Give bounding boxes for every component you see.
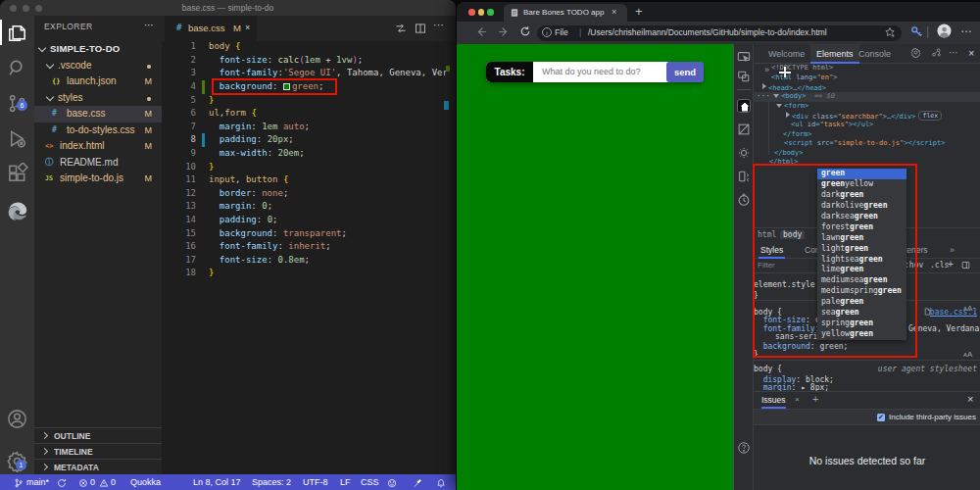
forward-icon[interactable] [498, 25, 511, 41]
feedback-smiley-icon[interactable] [387, 477, 397, 490]
drawer-tab-issues[interactable]: Issues [761, 395, 786, 405]
devtools-tab-console[interactable]: Console [858, 44, 891, 64]
cls-toggle[interactable]: .cls [930, 261, 949, 270]
new-tab-icon[interactable]: + [635, 4, 643, 19]
tree-item-simple-to-do-js[interactable]: JSsimple-to-do.jsM [34, 171, 162, 187]
third-party-checkbox[interactable]: ✓ [877, 414, 885, 421]
quokka-status[interactable]: Quokka [130, 474, 161, 490]
favorites-star-icon[interactable] [884, 26, 896, 41]
home-icon[interactable] [737, 99, 751, 113]
encoding[interactable]: UTF-8 [303, 474, 328, 490]
address-bar[interactable]: i File | /Users/chrisheilmann/Documents/… [537, 25, 902, 41]
device-emulation-icon[interactable] [737, 70, 751, 83]
tab-close-icon[interactable]: × [245, 23, 250, 32]
dom-node[interactable]: <form> [754, 102, 980, 112]
reload-icon[interactable] [519, 25, 531, 40]
run-debug-icon[interactable] [6, 127, 28, 150]
expand-arrow-right-icon[interactable] [762, 83, 766, 89]
devtools-tab-elements[interactable]: Elements [810, 44, 859, 64]
browser-zoom-icon[interactable] [487, 9, 494, 16]
text-token: ; [358, 55, 363, 65]
browser-menu-icon[interactable]: … [960, 22, 973, 35]
rendering-icon[interactable] [737, 146, 751, 160]
dom-node[interactable]: <ul id="tasks"></ul> [754, 121, 980, 130]
expand-arrow-down-icon[interactable] [776, 104, 782, 108]
browser-minimize-icon[interactable] [478, 9, 485, 16]
branch-name[interactable]: main* [26, 474, 49, 490]
inspect-element-icon[interactable] [737, 50, 751, 64]
split-editor-icon[interactable] [415, 21, 426, 38]
search-icon[interactable] [6, 57, 28, 79]
dom-node[interactable]: <head>…</head> [754, 83, 980, 93]
browser-close-icon[interactable] [468, 9, 475, 16]
layers-icon[interactable] [737, 170, 751, 183]
toggle-panel-icon[interactable] [961, 261, 970, 271]
text-token: </body> [774, 149, 804, 159]
browser-tab-close-icon[interactable]: × [612, 7, 616, 17]
flex-badge[interactable]: flex [918, 111, 942, 121]
warnings-count[interactable]: 0 [111, 474, 116, 490]
editor-more-icon[interactable]: ⋯ [433, 19, 445, 31]
help-icon[interactable] [737, 441, 751, 455]
styles-tabs-more-icon[interactable]: » [950, 242, 955, 259]
errors-icon[interactable] [78, 477, 88, 490]
expand-arrow-down-icon[interactable] [773, 94, 779, 98]
explorer-more-icon[interactable]: ⋯ [144, 20, 155, 30]
section-metadata[interactable]: METADATA [34, 459, 162, 474]
tree-item--vscode[interactable]: .vscode [34, 58, 162, 74]
font-editor-icon[interactable]: ᴀA [963, 304, 972, 313]
tree-item-launch-json[interactable]: {}launch.jsonM [34, 74, 162, 90]
font-editor-icon[interactable]: ᴀA [963, 350, 972, 359]
dom-node[interactable]: <script src="simple-to-do.js"></script> [754, 139, 980, 149]
back-icon[interactable] [474, 25, 487, 41]
errors-count[interactable]: 0 [90, 474, 95, 490]
section-timeline[interactable]: TIMELINE [34, 443, 162, 459]
edge-tools-icon[interactable] [6, 200, 28, 222]
devtools-tab-welcome[interactable]: Welcome [768, 44, 805, 64]
dom-node[interactable]: ···<body> == $0 [754, 92, 980, 102]
tree-item-to-do-styles-css[interactable]: #to-do-styles.cssM [34, 122, 162, 139]
tab-base-css[interactable]: # base.css M × [165, 16, 257, 41]
indentation[interactable]: Spaces: 2 [252, 474, 291, 490]
tree-item-simple-to-do[interactable]: SIMPLE-TO-DO [34, 41, 162, 58]
dom-node[interactable]: </body> [754, 149, 980, 159]
extensions-icon[interactable] [6, 163, 28, 185]
drawer-tab-close-icon[interactable]: × [795, 395, 800, 404]
dom-node[interactable]: <div class="searchbar">…</div>flex [754, 111, 980, 121]
explorer-icon[interactable] [6, 22, 28, 44]
icon-graphic [395, 23, 407, 34]
css-overview-icon[interactable] [737, 122, 751, 136]
browser-tab[interactable]: Bare Bones TODO app × [504, 4, 627, 22]
drawer-close-icon[interactable]: × [967, 393, 973, 405]
tree-item-styles[interactable]: styles [34, 90, 162, 107]
dom-node[interactable]: </form> [754, 130, 980, 140]
cursor-position[interactable]: Ln 8, Col 17 [193, 474, 241, 490]
accounts-icon[interactable] [6, 408, 28, 430]
todo-input[interactable]: What do you need to do? [533, 62, 666, 82]
sync-icon[interactable] [57, 477, 67, 490]
open-changes-icon[interactable] [395, 21, 407, 38]
devtools-more-icon[interactable]: ⋯ [949, 47, 959, 58]
expand-arrow-right-icon[interactable] [786, 112, 790, 118]
language-mode[interactable]: CSS [361, 474, 379, 490]
password-key-icon[interactable] [909, 24, 923, 41]
section-outline[interactable]: OUTLINE [34, 427, 162, 443]
devtools-close-icon[interactable]: × [968, 47, 974, 59]
tree-item-index-html[interactable]: <>index.htmlM [34, 138, 162, 155]
performance-clock-icon[interactable] [737, 193, 751, 207]
new-style-rule-icon[interactable]: + [948, 259, 954, 270]
tree-item-base-css[interactable]: #base.cssM [34, 106, 162, 122]
code-area[interactable]: 1body {2 font-size: calc(1em + 1vw);3 fo… [162, 41, 456, 474]
notifications-bell-icon[interactable] [436, 477, 446, 490]
devtools-settings-gear-icon[interactable] [910, 47, 921, 60]
profile-avatar[interactable] [937, 24, 952, 41]
page-info-icon[interactable]: i [542, 27, 552, 37]
devtools-dock-icon[interactable] [931, 47, 942, 60]
eol[interactable]: LF [340, 474, 351, 490]
quokka-flag-icon[interactable] [413, 477, 422, 490]
send-button[interactable]: send [666, 62, 704, 82]
drawer-add-tab-icon[interactable]: + [812, 393, 818, 405]
tree-item-readme-md[interactable]: ⓘREADME.md [34, 155, 162, 172]
dom-node[interactable]: <html lang="en"> [754, 74, 980, 83]
warnings-icon[interactable] [99, 477, 109, 490]
